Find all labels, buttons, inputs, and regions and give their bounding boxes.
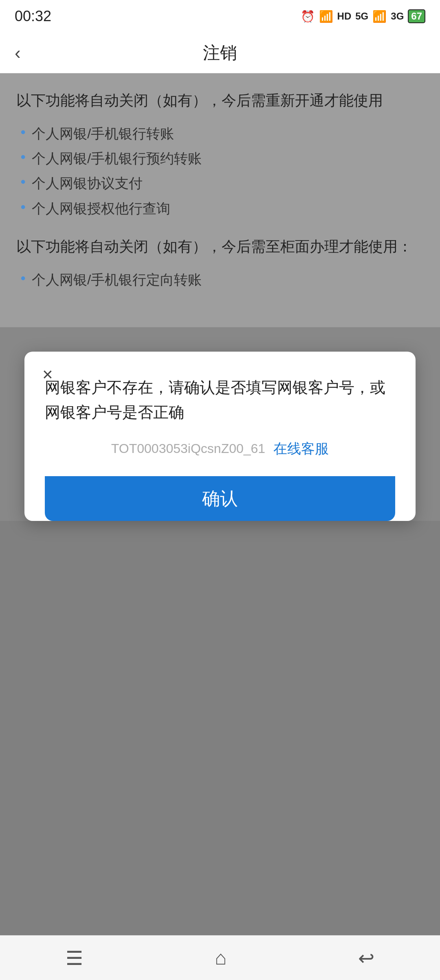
- list-item: 个人网银/手机银行预约转账: [20, 146, 424, 171]
- back-icon: ↩: [358, 947, 374, 969]
- menu-icon: ☰: [66, 947, 83, 969]
- gray-background: [0, 521, 440, 969]
- home-icon: ⌂: [215, 947, 227, 969]
- dialog-close-button[interactable]: ×: [42, 365, 53, 383]
- error-code: TOT0003053iQcsnZ00_61: [111, 441, 265, 456]
- signal2-icon: 📶: [372, 10, 387, 23]
- dialog-code-row: TOT0003053iQcsnZ00_61 在线客服: [45, 440, 395, 458]
- bottom-nav: ☰ ⌂ ↩: [0, 935, 440, 980]
- section1-list: 个人网银/手机银行转账 个人网银/手机银行预约转账 个人网银协议支付 个人网银授…: [16, 121, 424, 221]
- section1-title: 以下功能将自动关闭（如有），今后需重新开通才能使用: [16, 90, 424, 112]
- confirm-button[interactable]: 确认: [45, 476, 395, 521]
- list-item: 个人网银/手机银行转账: [20, 121, 424, 146]
- status-bar: 00:32 ⏰ 📶 HD 5G 📶 3G 67: [0, 0, 440, 33]
- dialog-box: × 网银客户不存在，请确认是否填写网银客户号，或网银客户号是否正确 TOT000…: [24, 352, 416, 521]
- hd-icon: HD: [337, 11, 352, 22]
- list-item: 个人网银授权他行查询: [20, 196, 424, 221]
- nav-bar: ‹ 注销: [0, 33, 440, 73]
- status-icons: ⏰ 📶 HD 5G 📶 3G 67: [301, 9, 425, 23]
- signal-icon: 📶: [319, 10, 333, 23]
- page-title: 注销: [203, 42, 237, 64]
- list-item: 个人网银协议支付: [20, 171, 424, 196]
- battery-icon: 67: [408, 9, 425, 23]
- bottom-nav-menu[interactable]: ☰: [41, 943, 108, 973]
- list-item: 个人网银/手机银行定向转账: [20, 267, 424, 292]
- alarm-icon: ⏰: [301, 10, 315, 23]
- section2-title: 以下功能将自动关闭（如有），今后需至柜面办理才能使用：: [16, 236, 424, 258]
- status-time: 00:32: [15, 8, 51, 25]
- bottom-nav-back[interactable]: ↩: [334, 943, 399, 973]
- dialog-message: 网银客户不存在，请确认是否填写网银客户号，或网银客户号是否正确: [45, 371, 395, 425]
- content-area: 以下功能将自动关闭（如有），今后需重新开通才能使用 个人网银/手机银行转账 个人…: [0, 73, 440, 327]
- online-service-link[interactable]: 在线客服: [273, 440, 329, 458]
- section2-list: 个人网银/手机银行定向转账: [16, 267, 424, 292]
- bottom-nav-home[interactable]: ⌂: [190, 943, 251, 973]
- back-button[interactable]: ‹: [15, 43, 21, 63]
- dialog-section: × 网银客户不存在，请确认是否填写网银客户号，或网银客户号是否正确 TOT000…: [0, 327, 440, 521]
- 5g-icon: 5G: [355, 11, 368, 22]
- 3g-icon: 3G: [391, 11, 404, 22]
